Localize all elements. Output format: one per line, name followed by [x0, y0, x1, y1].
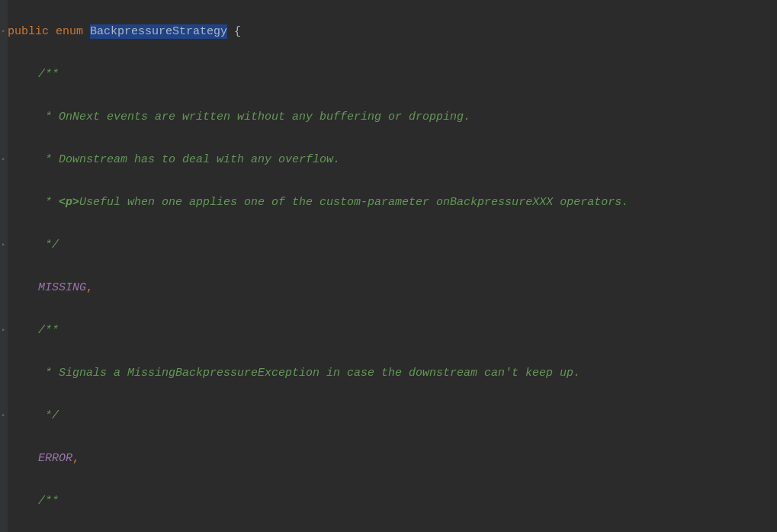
enum-constant-error: ERROR: [38, 452, 72, 465]
code-line: /**: [8, 491, 777, 512]
code-line: MISSING,: [8, 277, 777, 299]
comma: ,: [86, 281, 93, 294]
comment-start: /**: [38, 495, 59, 508]
code-line: * Downstream has to deal with any overfl…: [8, 149, 777, 171]
code-line: * <p>Useful when one applies one of the …: [8, 192, 777, 213]
comment-end: */: [38, 409, 59, 422]
gutter-mark: ▸: [2, 412, 6, 419]
enum-constant-missing: MISSING: [38, 281, 86, 294]
comment-end: */: [38, 239, 59, 252]
editor-gutter: ▸ ▸ ▸ ▸ ▸: [0, 0, 8, 532]
gutter-mark: ▸: [2, 326, 6, 334]
code-line: ERROR,: [8, 448, 777, 470]
keyword-public: public: [8, 25, 49, 38]
code-line: */: [8, 235, 777, 256]
comment-text: * Downstream has to deal with any overfl…: [38, 153, 340, 166]
comment-start: /**: [38, 68, 59, 81]
code-line: */: [8, 405, 777, 427]
gutter-mark: ▸: [2, 241, 6, 248]
comment-text: *: [38, 196, 59, 209]
gutter-mark: ▸: [2, 155, 6, 163]
brace: {: [227, 25, 241, 38]
code-line: /**: [8, 320, 777, 341]
comment-text: Useful when one applies one of the custo…: [79, 196, 628, 209]
keyword-enum: enum: [56, 25, 83, 38]
comma: ,: [72, 452, 79, 465]
doc-tag: <p>: [59, 196, 79, 209]
code-editor[interactable]: public enum BackpressureStrategy { /** *…: [0, 0, 777, 532]
comment-text: * OnNext events are written without any …: [38, 111, 470, 123]
gutter-mark: ▸: [2, 27, 6, 35]
code-line: /**: [8, 64, 777, 85]
comment-start: /**: [38, 324, 59, 337]
class-name-highlighted: BackpressureStrategy: [90, 24, 227, 39]
code-line: * Signals a MissingBackpressureException…: [8, 363, 777, 384]
comment-text: * Signals a MissingBackpressureException…: [38, 367, 580, 380]
code-line: * OnNext events are written without any …: [8, 107, 777, 128]
code-line: public enum BackpressureStrategy {: [8, 21, 777, 43]
